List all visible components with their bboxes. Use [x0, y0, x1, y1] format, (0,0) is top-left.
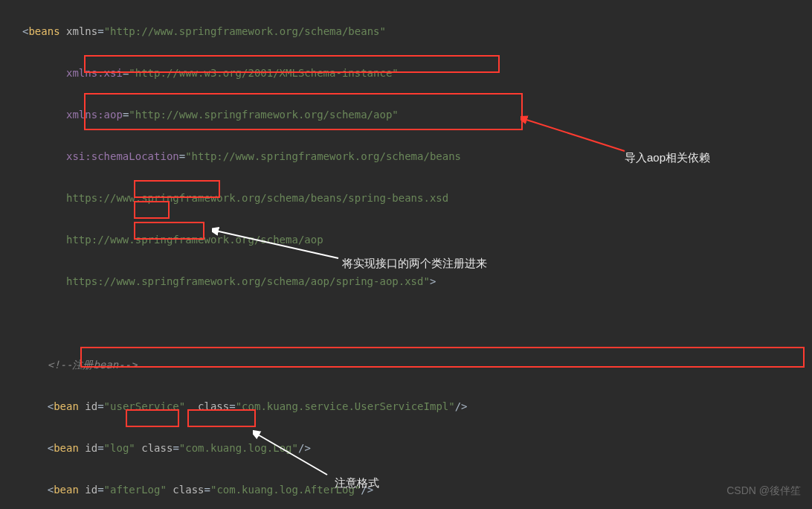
tag-beans: beans	[28, 25, 59, 37]
bean2-class: com.kuang.log.Log	[185, 442, 291, 454]
attr-schemaloc: xsi:schemaLocation	[66, 150, 179, 162]
bean1-class: com.kuang.service.UserServiceImpl	[242, 400, 448, 412]
attr-id1: id	[85, 400, 97, 412]
attr-id3: id	[85, 484, 97, 496]
schemaloc-3: http://www.springframework.org/schema/ao…	[66, 234, 323, 246]
code-editor: <beans xmlns="http://www.springframework…	[0, 0, 812, 509]
attr-aop: xmlns:aop	[66, 109, 123, 121]
annotation-format: 注意格式	[335, 473, 379, 493]
annotation-import-aop: 导入aop相关依赖	[625, 147, 710, 168]
comment-register: <!--注册bean-->	[48, 359, 138, 371]
code-content[interactable]: <beans xmlns="http://www.springframework…	[15, 0, 812, 509]
line-gutter	[0, 0, 15, 509]
attr-xmlns: xmlns	[66, 25, 97, 37]
bean3-id: afterLog	[110, 484, 160, 496]
bean2-id: log	[110, 442, 129, 454]
schemaloc-2: https://www.springframework.org/schema/b…	[66, 192, 448, 204]
attr-class2: class	[141, 442, 173, 454]
aop-url: http://www.springframework.org/schema/ao…	[135, 109, 393, 121]
bean1-id: userService	[110, 400, 179, 412]
tag-bean3: bean	[54, 484, 79, 496]
bean3-class: com.kuang.log.AfterLog	[216, 484, 354, 496]
tag-bean2: bean	[54, 442, 79, 454]
xmlns-url: http://www.springframework.org/schema/be…	[110, 25, 379, 37]
watermark: CSDN @後伴笙	[726, 484, 801, 498]
xsi-url: http://www.w3.org/2001/XMLSchema-instanc…	[135, 67, 393, 79]
attr-class3: class	[173, 484, 204, 496]
schemaloc-1: http://www.springframework.org/schema/be…	[192, 150, 461, 162]
annotation-register-impl: 将实现接口的两个类注册进来	[342, 253, 487, 274]
attr-xsi: xmlns:xsi	[66, 67, 123, 79]
attr-id2: id	[85, 442, 97, 454]
attr-class1: class	[198, 400, 229, 412]
schemaloc-4: https://www.springframework.org/schema/a…	[66, 275, 423, 287]
tag-bean1: bean	[54, 400, 79, 412]
